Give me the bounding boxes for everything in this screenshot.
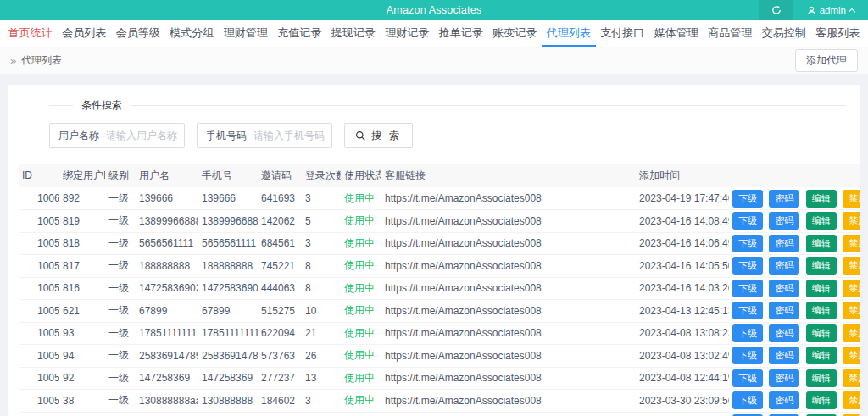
- password-button[interactable]: 密码: [769, 190, 799, 208]
- status-badge: 使用中: [341, 412, 381, 416]
- edit-button[interactable]: 编辑: [806, 347, 837, 364]
- table-row: 10056 816 一级 14725836902 14725836902 444…: [19, 277, 860, 300]
- disable-button[interactable]: 禁用: [843, 257, 860, 275]
- edit-button[interactable]: 编辑: [806, 257, 837, 275]
- subordinate-button[interactable]: 下级: [732, 235, 763, 252]
- nav-item[interactable]: 账变记录: [488, 20, 542, 47]
- cell-added-time: 2023-04-16 14:05:50: [636, 255, 729, 278]
- nav-item[interactable]: 会员等级: [111, 20, 165, 47]
- disable-button[interactable]: 禁用: [843, 235, 860, 252]
- table-row: 10054 93 一级 17851111111 17851111111 6220…: [19, 322, 860, 345]
- cell-invite-code: 641693: [258, 187, 302, 210]
- cell-phone: 67899: [198, 300, 258, 323]
- cell-level: 一级: [105, 210, 136, 233]
- nav-item[interactable]: 充值记录: [273, 20, 327, 47]
- cell-login-count: 21: [302, 322, 341, 345]
- cell-id: 10060: [19, 187, 59, 210]
- cell-service-link: https://t.me/AmazonAssociates008: [381, 300, 636, 323]
- cell-login-count: 8: [302, 277, 341, 300]
- disable-button[interactable]: 禁用: [843, 190, 860, 208]
- cell-service-link: https://t.me/AmazonAssociates008: [381, 345, 636, 368]
- edit-button[interactable]: 编辑: [806, 280, 837, 297]
- subordinate-button[interactable]: 下级: [732, 347, 763, 364]
- cell-id: 10054: [19, 322, 59, 345]
- edit-button[interactable]: 编辑: [806, 369, 837, 387]
- cell-phone: [198, 412, 258, 416]
- main-nav: 首页统计会员列表会员等级模式分组理财管理充值记录提现记录理财记录抢单记录账变记录…: [0, 20, 868, 47]
- password-button[interactable]: 密码: [769, 302, 799, 319]
- cell-id: 10058: [19, 232, 59, 255]
- edit-button[interactable]: 编辑: [806, 235, 837, 252]
- status-badge: 使用中: [341, 345, 381, 368]
- disable-button[interactable]: 禁用: [843, 280, 860, 297]
- add-agent-button[interactable]: 添加代理: [795, 49, 858, 72]
- disable-button[interactable]: 禁用: [843, 369, 860, 387]
- cell-username: 67899: [136, 300, 198, 323]
- content-panel: 条件搜索 用户名称 手机号码 搜 索: [8, 85, 860, 416]
- subordinate-button[interactable]: 下级: [732, 190, 763, 208]
- search-input[interactable]: [106, 130, 184, 141]
- nav-item[interactable]: 代理列表: [542, 20, 596, 47]
- cell-login-count: 3: [302, 232, 341, 255]
- cell-invite-code: 622094: [258, 322, 302, 345]
- table-header-row: ID绑定用户ID级别用户名手机号邀请码登录次数使用状态客服链接添加时间: [19, 164, 860, 187]
- disable-button[interactable]: 禁用: [843, 391, 860, 409]
- cell-level: 一级: [105, 412, 136, 416]
- disable-button[interactable]: 禁用: [843, 212, 860, 230]
- nav-item[interactable]: 支付接口: [596, 20, 650, 47]
- nav-item[interactable]: 模式分组: [165, 20, 220, 47]
- disable-button[interactable]: 禁用: [843, 302, 860, 319]
- disable-button[interactable]: 禁用: [843, 324, 860, 342]
- subordinate-button[interactable]: 下级: [732, 391, 763, 409]
- subordinate-button[interactable]: 下级: [732, 212, 763, 230]
- password-button[interactable]: 密码: [769, 280, 799, 297]
- cell-level: 一级: [105, 345, 136, 368]
- nav-item[interactable]: 首页统计: [3, 20, 58, 47]
- cell-id: 10057: [19, 255, 59, 278]
- subordinate-button[interactable]: 下级: [732, 257, 763, 275]
- subordinate-button[interactable]: 下级: [732, 324, 763, 342]
- search-icon: [355, 130, 366, 141]
- breadcrumb-label: 代理列表: [21, 53, 62, 68]
- nav-item[interactable]: 提现记录: [326, 20, 381, 47]
- nav-item[interactable]: 理财管理: [219, 20, 273, 47]
- cell-phone: 147258369: [198, 367, 258, 390]
- table-row: 10053 94 一级 258369147855 25836914785 573…: [19, 345, 860, 368]
- password-button[interactable]: 密码: [769, 235, 799, 252]
- cell-bind-user-id: 816: [59, 277, 105, 300]
- refresh-button[interactable]: [760, 0, 793, 20]
- subordinate-button[interactable]: 下级: [732, 369, 763, 387]
- cell-level: 一级: [105, 300, 136, 323]
- nav-item[interactable]: 理财记录: [381, 20, 435, 47]
- cell-phone: 5656561111: [198, 232, 258, 255]
- cell-id: 10059: [19, 210, 59, 233]
- table-row: 10050 33 一级 0006 732469 1 使用中 0006 2023-…: [19, 412, 860, 416]
- edit-button[interactable]: 编辑: [806, 324, 837, 342]
- subordinate-button[interactable]: 下级: [732, 302, 763, 319]
- app-title: Amazon Associates: [387, 4, 481, 16]
- nav-item[interactable]: 会员列表: [58, 20, 112, 47]
- nav-item[interactable]: 抢单记录: [434, 20, 488, 47]
- nav-item[interactable]: 客服列表: [811, 20, 865, 47]
- cell-id: 10055: [19, 300, 59, 323]
- edit-button[interactable]: 编辑: [806, 302, 837, 319]
- password-button[interactable]: 密码: [769, 391, 799, 409]
- edit-button[interactable]: 编辑: [806, 190, 837, 208]
- nav-item[interactable]: 媒体管理: [649, 20, 704, 47]
- password-button[interactable]: 密码: [769, 369, 799, 387]
- search-button[interactable]: 搜 索: [344, 123, 413, 148]
- status-badge: 使用中: [341, 255, 381, 278]
- disable-button[interactable]: 禁用: [843, 347, 860, 364]
- password-button[interactable]: 密码: [769, 212, 799, 230]
- edit-button[interactable]: 编辑: [806, 391, 837, 409]
- password-button[interactable]: 密码: [769, 347, 799, 364]
- password-button[interactable]: 密码: [769, 324, 799, 342]
- edit-button[interactable]: 编辑: [806, 212, 837, 230]
- nav-item[interactable]: 交易控制: [757, 20, 811, 47]
- password-button[interactable]: 密码: [769, 257, 799, 275]
- cell-service-link: https://t.me/AmazonAssociates008: [381, 322, 636, 345]
- search-input[interactable]: [253, 130, 331, 141]
- subordinate-button[interactable]: 下级: [732, 280, 763, 297]
- user-menu[interactable]: admin: [793, 0, 863, 20]
- nav-item[interactable]: 商品管理: [704, 20, 758, 47]
